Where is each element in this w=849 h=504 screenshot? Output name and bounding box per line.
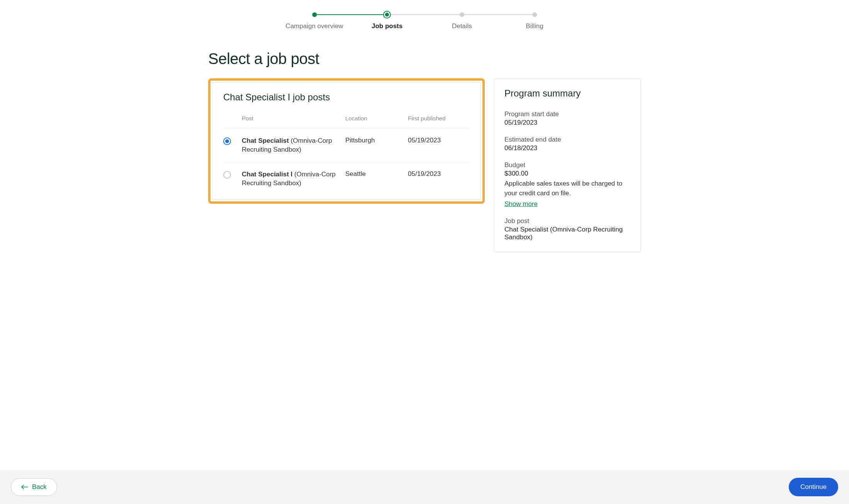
step-dot-icon xyxy=(312,12,317,17)
job-post-row[interactable]: Chat Specialist (Omniva-Corp Recruiting … xyxy=(223,129,470,162)
job-post-radio[interactable] xyxy=(223,171,231,179)
summary-budget-label: Budget xyxy=(504,161,630,169)
summary-tax-note: Applicable sales taxes will be charged t… xyxy=(504,179,630,198)
summary-start-value: 05/19/2023 xyxy=(504,119,630,127)
col-published: First published xyxy=(408,115,470,122)
step-label: Details xyxy=(452,22,472,30)
show-more-link[interactable]: Show more xyxy=(504,200,538,208)
job-post-location: Pittsburgh xyxy=(345,137,403,144)
job-posts-table-header: Post Location First published xyxy=(223,113,470,129)
job-post-location: Seattle xyxy=(345,170,403,178)
job-post-radio[interactable] xyxy=(223,137,231,145)
step-label: Campaign overview xyxy=(285,22,343,30)
step-campaign-overview[interactable]: Campaign overview xyxy=(285,11,343,30)
summary-jobpost-label: Job post xyxy=(504,217,630,225)
step-billing[interactable]: Billing xyxy=(526,11,543,30)
col-location: Location xyxy=(345,115,403,122)
program-summary-panel: Program summary Program start date 05/19… xyxy=(494,78,641,252)
summary-end-value: 06/18/2023 xyxy=(504,144,630,152)
job-posts-panel-title: Chat Specialist I job posts xyxy=(223,92,470,103)
job-post-title: Chat Specialist I (Omniva-Corp Recruitin… xyxy=(242,170,341,188)
step-dot-icon xyxy=(383,11,391,19)
footer-bar: Back Continue xyxy=(0,470,849,504)
step-dot-icon xyxy=(532,12,537,17)
arrow-left-icon xyxy=(21,484,28,490)
col-post: Post xyxy=(242,115,341,122)
page-title: Select a job post xyxy=(208,50,641,68)
summary-budget-value: $300.00 xyxy=(504,170,630,178)
step-details[interactable]: Details xyxy=(452,11,472,30)
step-job-posts[interactable]: Job posts xyxy=(372,11,402,30)
summary-end-label: Estimated end date xyxy=(504,136,630,144)
job-post-title: Chat Specialist (Omniva-Corp Recruiting … xyxy=(242,137,341,154)
job-post-published: 05/19/2023 xyxy=(408,137,470,144)
job-posts-panel: Chat Specialist I job posts Post Locatio… xyxy=(212,82,481,200)
back-button[interactable]: Back xyxy=(11,478,57,496)
stepper: Campaign overview Job posts Details Bill… xyxy=(0,0,849,38)
continue-button-label: Continue xyxy=(800,483,827,491)
job-post-published: 05/19/2023 xyxy=(408,170,470,178)
step-label: Billing xyxy=(526,22,543,30)
job-posts-highlight: Chat Specialist I job posts Post Locatio… xyxy=(208,78,485,204)
back-button-label: Back xyxy=(32,483,47,491)
job-post-row[interactable]: Chat Specialist I (Omniva-Corp Recruitin… xyxy=(223,162,470,196)
summary-start-label: Program start date xyxy=(504,110,630,118)
program-summary-title: Program summary xyxy=(504,88,630,99)
continue-button[interactable]: Continue xyxy=(789,478,838,496)
step-label: Job posts xyxy=(372,22,402,30)
step-dot-icon xyxy=(460,12,464,17)
summary-jobpost-value: Chat Specialist (Omniva-Corp Recruiting … xyxy=(504,226,630,241)
